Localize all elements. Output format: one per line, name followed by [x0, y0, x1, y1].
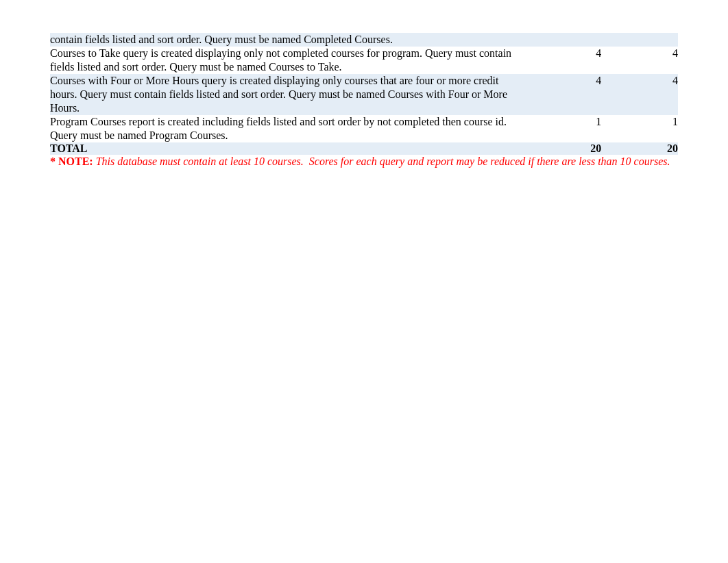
score-cell-possible: 1: [525, 115, 602, 142]
total-row: TOTAL 20 20: [50, 142, 678, 155]
score-cell-earned: 4: [601, 47, 678, 74]
score-cell-earned: [601, 33, 678, 47]
total-score-possible: 20: [525, 142, 602, 155]
document-page: contain fields listed and sort order. Qu…: [0, 0, 728, 169]
table-row: contain fields listed and sort order. Qu…: [50, 33, 678, 47]
note-text: This database must contain at least 10 c…: [93, 155, 670, 167]
criteria-cell: Courses to Take query is created display…: [50, 47, 525, 74]
criteria-cell: Program Courses report is created includ…: [50, 115, 525, 142]
table-row: Courses to Take query is created display…: [50, 47, 678, 74]
score-cell-possible: [525, 33, 602, 47]
score-cell-earned: 1: [601, 115, 678, 142]
rubric-table: contain fields listed and sort order. Qu…: [50, 33, 678, 155]
note-label: * NOTE:: [50, 155, 93, 167]
table-row: Courses with Four or More Hours query is…: [50, 74, 678, 115]
criteria-cell: Courses with Four or More Hours query is…: [50, 74, 525, 115]
table-row: Program Courses report is created includ…: [50, 115, 678, 142]
total-label: TOTAL: [50, 142, 525, 155]
score-cell-possible: 4: [525, 47, 602, 74]
score-cell-possible: 4: [525, 74, 602, 115]
footnote: * NOTE: This database must contain at le…: [50, 155, 678, 169]
total-score-earned: 20: [601, 142, 678, 155]
rubric-body: contain fields listed and sort order. Qu…: [50, 33, 678, 155]
criteria-cell: contain fields listed and sort order. Qu…: [50, 33, 525, 47]
score-cell-earned: 4: [601, 74, 678, 115]
